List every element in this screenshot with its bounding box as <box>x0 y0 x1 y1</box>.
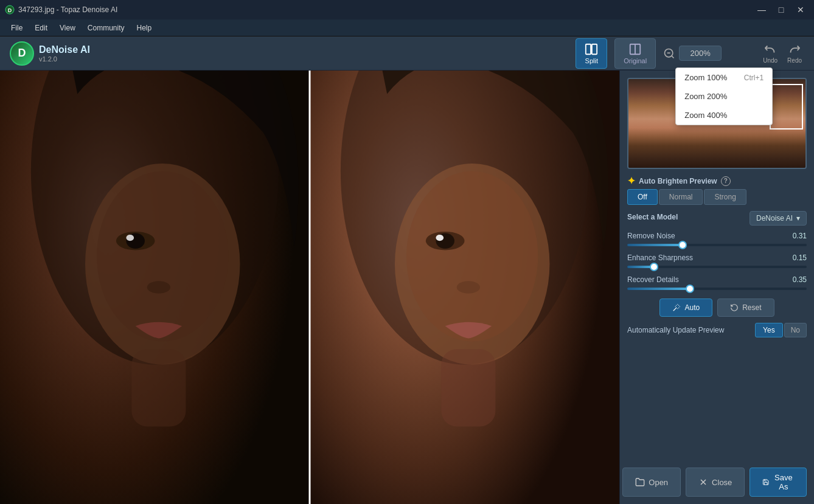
close-window-button[interactable]: ✕ <box>792 4 809 16</box>
svg-rect-24 <box>441 349 495 426</box>
original-label: Original <box>624 57 647 64</box>
model-select-value: DeNoise AI <box>756 214 793 223</box>
reset-button[interactable]: Reset <box>717 299 774 317</box>
recover-details-thumb[interactable] <box>686 285 694 293</box>
save-as-button[interactable]: Save As <box>750 468 807 497</box>
remove-noise-track[interactable] <box>627 244 807 246</box>
enhance-sharpness-slider-row: Enhance Sharpness 0.15 <box>627 254 807 268</box>
split-view-button[interactable]: Split <box>576 38 607 69</box>
svg-rect-2 <box>586 44 591 54</box>
maximize-button[interactable]: □ <box>773 4 790 16</box>
menu-view[interactable]: View <box>54 21 82 35</box>
menu-help[interactable]: Help <box>131 21 158 35</box>
auto-button[interactable]: Auto <box>659 299 712 317</box>
undo-icon <box>764 43 777 56</box>
svg-rect-16 <box>131 349 186 426</box>
titlebar-controls: — □ ✕ <box>753 4 809 16</box>
logo-icon: D <box>10 41 34 66</box>
svg-point-14 <box>126 235 134 241</box>
portrait-left-svg <box>0 71 310 504</box>
svg-point-19 <box>406 171 538 342</box>
zoom-icon <box>663 47 675 60</box>
enhance-sharpness-thumb[interactable] <box>650 263 658 271</box>
zoom-control: 200% Zoom 100% Ctrl+1 Zoom 200% Zoom 400… <box>663 46 722 61</box>
logo-area: D DeNoise AI v1.2.0 <box>10 41 90 66</box>
reset-icon <box>730 303 739 312</box>
svg-rect-3 <box>592 44 597 54</box>
redo-button[interactable]: Redo <box>785 40 804 66</box>
auto-brighten-toggle-group: Off Normal Strong <box>627 189 807 205</box>
wand-icon <box>672 303 681 312</box>
recover-details-fill <box>627 288 690 290</box>
thumbnail-selection-rect <box>770 84 803 129</box>
yes-button[interactable]: Yes <box>755 323 783 337</box>
open-button[interactable]: Open <box>622 468 681 497</box>
zoom-dropdown: Zoom 100% Ctrl+1 Zoom 200% Zoom 400% <box>675 67 773 125</box>
recover-details-track[interactable] <box>627 288 807 290</box>
zoom-200-option[interactable]: Zoom 200% <box>676 87 772 106</box>
auto-brighten-off-button[interactable]: Off <box>627 189 658 205</box>
x-icon <box>698 477 708 487</box>
menu-community[interactable]: Community <box>82 21 131 35</box>
folder-icon <box>635 477 645 487</box>
sun-icon: ✦ <box>627 175 635 187</box>
close-button[interactable]: Close <box>686 468 745 497</box>
logo-text-area: DeNoise AI v1.2.0 <box>39 44 90 63</box>
window-title: 347293.jpg - Topaz Denoise AI <box>18 5 117 14</box>
split-label: Split <box>585 57 598 64</box>
app-icon: D <box>5 5 15 15</box>
remove-noise-header: Remove Noise 0.31 <box>627 232 807 240</box>
remove-noise-fill <box>627 244 683 246</box>
redo-icon <box>788 43 801 56</box>
svg-point-23 <box>457 281 480 293</box>
action-buttons-row: Auto Reset <box>627 299 807 317</box>
svg-text:D: D <box>8 7 12 13</box>
undo-redo-group: Undo Redo <box>760 40 804 66</box>
original-view-button[interactable]: Original <box>614 38 656 69</box>
enhance-sharpness-header: Enhance Sharpness 0.15 <box>627 254 807 262</box>
undo-button[interactable]: Undo <box>760 40 780 66</box>
zoom-100-option[interactable]: Zoom 100% Ctrl+1 <box>676 68 772 87</box>
menubar: File Edit View Community Help <box>0 19 814 36</box>
auto-brighten-strong-button[interactable]: Strong <box>704 189 746 205</box>
zoom-400-option[interactable]: Zoom 400% <box>676 106 772 125</box>
save-icon <box>762 477 769 487</box>
svg-point-22 <box>436 235 444 241</box>
zoom-value-button[interactable]: 200% <box>679 46 722 61</box>
chevron-down-icon: ▾ <box>796 214 800 223</box>
titlebar-left: D 347293.jpg - Topaz Denoise AI <box>5 5 117 15</box>
auto-brighten-normal-button[interactable]: Normal <box>659 189 703 205</box>
main-content: ✦ Auto Brighten Preview ? Off Normal Str… <box>0 71 814 504</box>
remove-noise-thumb[interactable] <box>678 241 687 249</box>
sliders-section: Remove Noise 0.31 Enhance Sharpness 0.15 <box>627 232 807 290</box>
minimize-button[interactable]: — <box>753 4 770 16</box>
canvas-area[interactable] <box>0 71 619 504</box>
yes-no-group: Yes No <box>755 323 807 337</box>
original-icon <box>628 43 642 56</box>
portrait-right-svg <box>310 71 619 504</box>
svg-line-7 <box>672 55 674 58</box>
auto-brighten-help-icon[interactable]: ? <box>721 176 731 186</box>
model-section: Select a Model DeNoise AI ▾ <box>627 211 807 226</box>
titlebar: D 347293.jpg - Topaz Denoise AI — □ ✕ <box>0 0 814 19</box>
svg-point-11 <box>97 171 228 342</box>
model-select-dropdown[interactable]: DeNoise AI ▾ <box>750 211 807 226</box>
menu-file[interactable]: File <box>5 21 29 35</box>
svg-point-15 <box>147 281 170 293</box>
remove-noise-label: Remove Noise <box>627 232 675 240</box>
split-divider[interactable] <box>309 71 311 504</box>
app-version: v1.2.0 <box>39 55 90 63</box>
auto-brighten-label: ✦ Auto Brighten Preview ? <box>627 175 807 187</box>
split-icon <box>585 43 598 56</box>
enhance-sharpness-value: 0.15 <box>793 254 807 262</box>
right-panel: ✦ Auto Brighten Preview ? Off Normal Str… <box>619 71 814 504</box>
auto-brighten-section: ✦ Auto Brighten Preview ? Off Normal Str… <box>627 175 807 205</box>
recover-details-value: 0.35 <box>793 275 807 284</box>
bottom-buttons-area: Open Close Save As <box>627 463 807 497</box>
enhance-sharpness-track[interactable] <box>627 266 807 268</box>
no-button[interactable]: No <box>784 323 807 337</box>
recover-details-header: Recover Details 0.35 <box>627 275 807 284</box>
toolbar: D DeNoise AI v1.2.0 Split Original 200% <box>0 36 814 71</box>
menu-edit[interactable]: Edit <box>29 21 54 35</box>
recover-details-slider-row: Recover Details 0.35 <box>627 275 807 290</box>
